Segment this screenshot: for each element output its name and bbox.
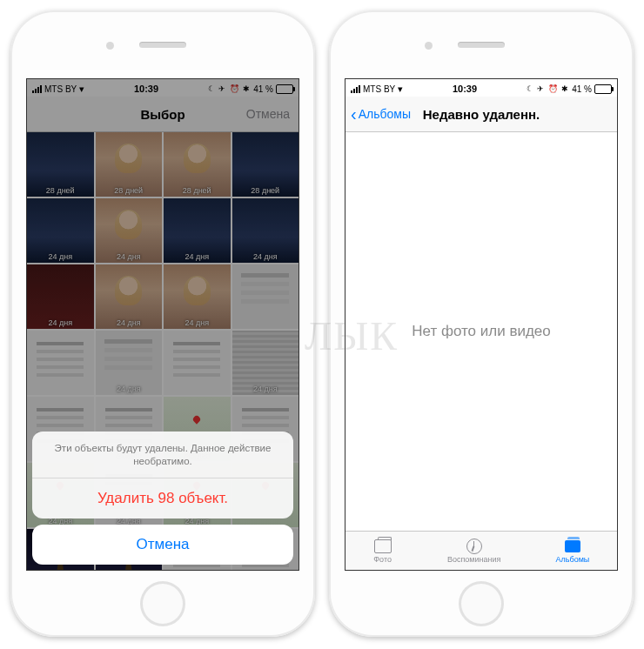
tab-memories-label: Воспоминания: [447, 555, 500, 564]
tab-albums[interactable]: Альбомы: [556, 539, 590, 564]
memories-icon: [466, 539, 482, 554]
chevron-left-icon: ‹: [351, 108, 357, 120]
battery-text: 41 %: [572, 84, 592, 94]
back-label: Альбомы: [359, 107, 411, 121]
screen-right: MTS BY ▾ 10:39 ☾ ✈︎ ⏰ ✱ 41 % ‹ Альбомы Н…: [345, 78, 618, 571]
home-button[interactable]: [459, 581, 504, 626]
nav-bar: ‹ Альбомы Недавно удаленн.: [345, 97, 617, 132]
clock-label: 10:39: [453, 84, 477, 94]
tab-photos-label: Фото: [373, 555, 392, 564]
tab-albums-label: Альбомы: [556, 555, 590, 564]
sheet-message: Эти объекты будут удалены. Данное действ…: [32, 432, 293, 478]
battery-icon: [594, 84, 612, 94]
sheet-msg-line2: необратимо.: [133, 456, 191, 466]
nav-title: Недавно удаленн.: [423, 107, 540, 122]
photos-icon: [374, 539, 392, 553]
action-sheet: Эти объекты будут удалены. Данное действ…: [32, 432, 293, 565]
albums-icon: [565, 540, 580, 552]
carrier-label: MTS BY: [363, 84, 395, 94]
home-button[interactable]: [140, 581, 185, 626]
phone-frame-left: MTS BY ▾ 10:39 ☾ ✈︎ ⏰ ✱ 41 % Выбор Отмен…: [10, 10, 315, 637]
status-icons: ☾ ✈︎ ⏰ ✱: [527, 84, 570, 93]
phone-frame-right: MTS BY ▾ 10:39 ☾ ✈︎ ⏰ ✱ 41 % ‹ Альбомы Н…: [329, 10, 634, 637]
status-bar: MTS BY ▾ 10:39 ☾ ✈︎ ⏰ ✱ 41 %: [345, 79, 617, 97]
delete-button[interactable]: Удалить 98 объект.: [32, 478, 293, 519]
sheet-msg-line1: Эти объекты будут удалены. Данное действ…: [55, 443, 272, 453]
speaker: [458, 42, 505, 48]
front-camera: [106, 42, 114, 50]
content-area: Нет фото или видео: [345, 132, 617, 531]
cancel-button[interactable]: Отмена: [32, 525, 293, 565]
empty-state-text: Нет фото или видео: [412, 323, 551, 340]
wifi-icon: ▾: [398, 84, 403, 95]
tab-bar: Фото Воспоминания Альбомы: [345, 531, 617, 570]
front-camera: [425, 42, 433, 50]
tab-photos[interactable]: Фото: [373, 539, 392, 564]
tab-memories[interactable]: Воспоминания: [447, 539, 500, 564]
speaker: [139, 42, 186, 48]
back-button[interactable]: ‹ Альбомы: [351, 107, 411, 121]
signal-icon: [351, 85, 360, 93]
screen-left: MTS BY ▾ 10:39 ☾ ✈︎ ⏰ ✱ 41 % Выбор Отмен…: [26, 78, 299, 571]
